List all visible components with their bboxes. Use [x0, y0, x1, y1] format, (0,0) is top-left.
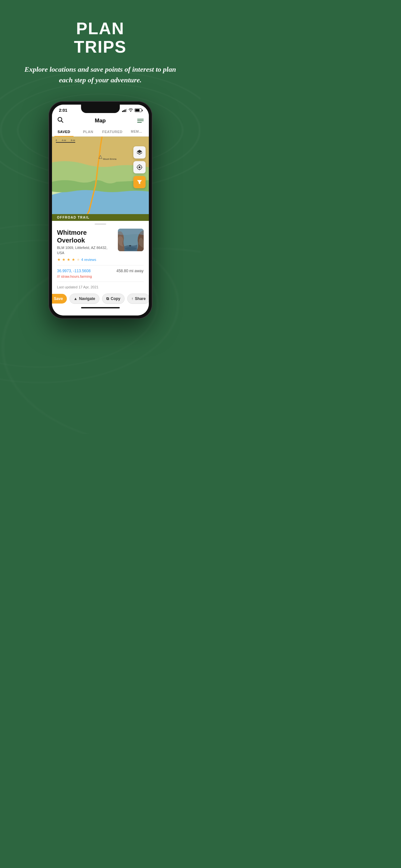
- svg-line-1: [61, 121, 63, 123]
- search-icon[interactable]: [57, 117, 64, 125]
- divider-2: [57, 282, 144, 282]
- map-controls: [133, 146, 146, 188]
- nav-tabs: SAVED PLAN FEATURED MEM…: [52, 127, 149, 136]
- last-updated-text: Last updated 17 Apr, 2021: [57, 285, 144, 289]
- status-time: 2:01: [59, 108, 67, 113]
- svg-point-13: [129, 245, 131, 246]
- distance-text: 458.80 mi away: [116, 269, 143, 273]
- signal-icon: [122, 109, 127, 112]
- phone-frame: 2:01: [49, 101, 152, 319]
- menu-icon[interactable]: [137, 119, 144, 123]
- star-2: ★: [62, 257, 66, 262]
- rating-row: ★ ★ ★ ★ ★ 4 reviews: [57, 257, 114, 262]
- tab-featured[interactable]: FEATURED: [100, 127, 125, 136]
- copy-icon: ⧉: [106, 297, 109, 301]
- map-scale: 0 4 mi 8 mi: [56, 139, 75, 143]
- tab-saved[interactable]: SAVED: [52, 127, 76, 136]
- main-content: PLANTRIPS Explore locations and save poi…: [0, 0, 201, 332]
- layers-button[interactable]: [133, 146, 146, 159]
- what3words-link[interactable]: /// straw.hours.farming: [57, 275, 144, 278]
- location-address: BLM 1069, Littlefield, AZ 86432, USA: [57, 245, 114, 255]
- location-sheet: WhitmoreOverlook BLM 1069, Littlefield, …: [52, 223, 149, 315]
- share-icon: ↑: [131, 297, 133, 301]
- svg-text:Mount Emma: Mount Emma: [103, 158, 117, 160]
- sheet-handle: [95, 223, 106, 225]
- share-label: Share: [135, 297, 146, 301]
- location-details: WhitmoreOverlook BLM 1069, Littlefield, …: [57, 228, 114, 262]
- star-5: ★: [76, 257, 80, 262]
- svg-point-6: [138, 166, 141, 168]
- copy-label: Copy: [111, 297, 120, 301]
- app-title: Map: [95, 118, 106, 124]
- location-name: WhitmoreOverlook: [57, 228, 114, 244]
- status-icons: [122, 108, 142, 113]
- star-1: ★: [57, 257, 61, 262]
- coords-row: 36.9973, -113.5608 458.80 mi away: [57, 269, 144, 273]
- home-indicator: [81, 307, 120, 308]
- page-subtitle: Explore locations and save points of int…: [23, 64, 178, 85]
- save-icon: 🔖: [52, 297, 52, 301]
- wifi-icon: [128, 108, 133, 113]
- navigate-label: Navigate: [79, 297, 95, 301]
- share-button[interactable]: ↑ Share: [127, 293, 149, 304]
- battery-icon: [135, 108, 142, 112]
- divider-1: [57, 265, 144, 266]
- navigate-icon: ▲: [73, 297, 78, 301]
- tab-memories[interactable]: MEM…: [125, 127, 149, 136]
- coordinates-link[interactable]: 36.9973, -113.5608: [57, 269, 91, 273]
- location-button[interactable]: [133, 161, 146, 174]
- filter-button[interactable]: [133, 176, 146, 188]
- phone-mockup: 2:01: [49, 101, 152, 319]
- save-button[interactable]: 🔖 Save: [52, 294, 67, 304]
- phone-notch: [81, 104, 120, 113]
- reviews-link[interactable]: 4 reviews: [81, 258, 96, 261]
- page-headline: PLANTRIPS: [74, 20, 127, 56]
- phone-screen: 2:01: [52, 104, 149, 315]
- trail-type-banner: OFFROAD TRAIL: [52, 214, 149, 221]
- map-view[interactable]: Mount Emma 0 4 mi 8 mi: [52, 136, 149, 214]
- star-3: ★: [67, 257, 70, 262]
- svg-point-0: [58, 118, 62, 121]
- copy-button[interactable]: ⧉ Copy: [102, 293, 125, 304]
- navigate-button[interactable]: ▲ Navigate: [69, 293, 99, 304]
- star-4: ★: [72, 257, 75, 262]
- location-card: WhitmoreOverlook BLM 1069, Littlefield, …: [57, 228, 144, 262]
- save-label: Save: [54, 297, 63, 301]
- tab-plan[interactable]: PLAN: [76, 127, 100, 136]
- app-header: Map: [52, 114, 149, 127]
- svg-point-12: [125, 247, 136, 250]
- action-buttons: 🔖 Save ▲ Navigate ⧉ Copy ↑: [57, 293, 144, 305]
- location-image: [118, 228, 144, 251]
